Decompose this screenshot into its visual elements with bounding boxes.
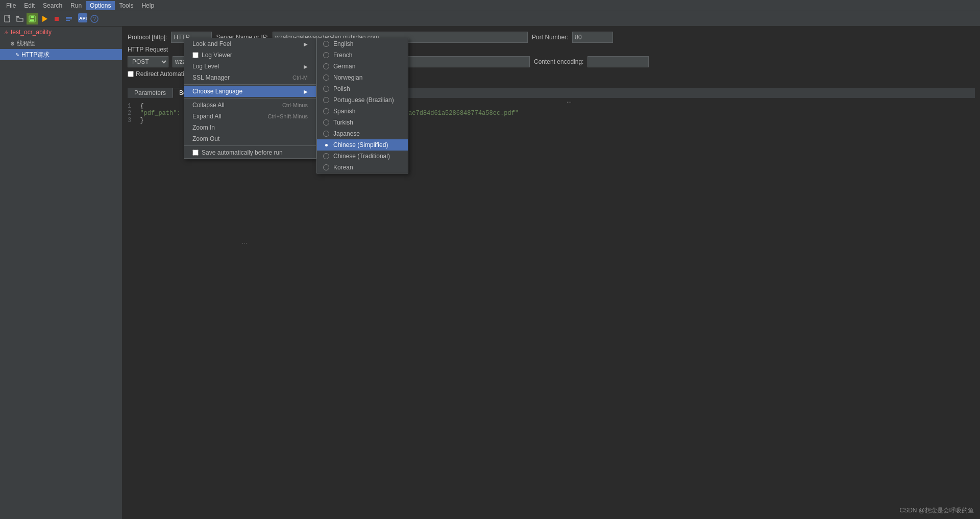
dots-indicator: ... bbox=[567, 97, 572, 104]
lang-korean-label: Korean bbox=[333, 164, 353, 171]
choose-language-arrow: ▶ bbox=[304, 89, 308, 94]
lang-english[interactable]: English bbox=[317, 38, 408, 50]
lang-polish[interactable]: Polish bbox=[317, 83, 408, 94]
toolbar-save-btn[interactable] bbox=[27, 13, 38, 24]
main-layout: ⚠ test_ocr_ability ⚙ 线程组 ✎ HTTP请求 Protoc… bbox=[0, 27, 980, 519]
svg-text:API: API bbox=[79, 16, 87, 21]
menu-collapse-all[interactable]: Collapse All Ctrl-Minus bbox=[184, 100, 316, 111]
radio-french bbox=[323, 52, 329, 58]
radio-chinese-traditional bbox=[323, 153, 329, 159]
svg-text:?: ? bbox=[93, 16, 96, 22]
lang-german-label: German bbox=[333, 63, 355, 70]
options-menu: Look and Feel ▶ Log Viewer Log Level ▶ S… bbox=[184, 38, 316, 159]
menu-help[interactable]: Help bbox=[137, 1, 158, 10]
language-submenu: English French German Norwegian Polish P… bbox=[316, 38, 408, 174]
code-brace-close: } bbox=[140, 117, 143, 124]
zoom-out-label: Zoom Out bbox=[192, 135, 219, 142]
menu-tools[interactable]: Tools bbox=[115, 1, 137, 10]
lang-japanese-label: Japanese bbox=[333, 130, 360, 137]
menu-log-level[interactable]: Log Level ▶ bbox=[184, 61, 316, 72]
log-viewer-checkbox[interactable] bbox=[192, 52, 199, 58]
sidebar-item-threadgroup[interactable]: ⚙ 线程组 bbox=[0, 38, 122, 49]
menu-zoom-out[interactable]: Zoom Out bbox=[184, 133, 316, 144]
line-num-3: 3 bbox=[128, 117, 131, 124]
lang-chinese-traditional[interactable]: Chinese (Traditional) bbox=[317, 151, 408, 162]
menu-ssl-manager[interactable]: SSL Manager Ctrl-M bbox=[184, 72, 316, 83]
zoom-in-label: Zoom In bbox=[192, 124, 215, 131]
lang-turkish-label: Turkish bbox=[333, 119, 353, 126]
lang-japanese[interactable]: Japanese bbox=[317, 128, 408, 139]
line-num-1: 1 bbox=[128, 103, 131, 110]
radio-portuguese bbox=[323, 97, 329, 103]
menu-sep-3 bbox=[184, 145, 316, 146]
toolbar-run-btn[interactable] bbox=[39, 13, 50, 24]
radio-korean bbox=[323, 164, 329, 170]
toolbar: API ? bbox=[0, 11, 980, 27]
port-input[interactable] bbox=[572, 32, 613, 43]
sidebar: ⚠ test_ocr_ability ⚙ 线程组 ✎ HTTP请求 bbox=[0, 27, 122, 519]
save-auto-checkbox[interactable] bbox=[192, 150, 199, 156]
radio-japanese bbox=[323, 131, 329, 137]
port-label: Port Number: bbox=[532, 34, 568, 41]
menu-expand-all[interactable]: Expand All Ctrl+Shift-Minus bbox=[184, 111, 316, 122]
content-area: Protocol [http]: Server Name or IP: Port… bbox=[122, 27, 980, 519]
menu-sep-1 bbox=[184, 84, 316, 85]
sidebar-project-name: test_ocr_ability bbox=[11, 29, 52, 36]
menu-save-auto[interactable]: Save automatically before run bbox=[184, 147, 316, 158]
menu-zoom-in[interactable]: Zoom In bbox=[184, 122, 316, 133]
tab-parameters[interactable]: Parameters bbox=[128, 88, 173, 98]
menu-sep-2 bbox=[184, 98, 316, 98]
method-select[interactable]: POST GET PUT DELETE bbox=[128, 56, 168, 67]
lang-spanish-label: Spanish bbox=[333, 108, 355, 115]
look-and-feel-label: Look and Feel bbox=[192, 40, 231, 47]
radio-turkish bbox=[323, 119, 329, 126]
toolbar-stop-btn[interactable] bbox=[51, 13, 62, 24]
sidebar-item-test[interactable]: ⚠ test_ocr_ability bbox=[0, 27, 122, 38]
sidebar-item-http[interactable]: ✎ HTTP请求 bbox=[0, 49, 122, 60]
lang-norwegian[interactable]: Norwegian bbox=[317, 72, 408, 83]
lang-korean[interactable]: Korean bbox=[317, 162, 408, 173]
menu-log-viewer[interactable]: Log Viewer bbox=[184, 50, 316, 61]
menu-look-and-feel[interactable]: Look and Feel ▶ bbox=[184, 38, 316, 50]
lang-spanish[interactable]: Spanish bbox=[317, 106, 408, 117]
expand-all-shortcut: Ctrl+Shift-Minus bbox=[267, 113, 308, 119]
lang-turkish[interactable]: Turkish bbox=[317, 117, 408, 128]
encoding-label: Content encoding: bbox=[534, 58, 583, 65]
lang-german[interactable]: German bbox=[317, 61, 408, 72]
ssl-manager-shortcut: Ctrl-M bbox=[292, 75, 308, 81]
menu-choose-language[interactable]: Choose Language ▶ bbox=[184, 86, 316, 97]
sidebar-http-label: HTTP请求 bbox=[21, 51, 50, 59]
svg-marker-5 bbox=[42, 16, 47, 22]
ssl-manager-label: SSL Manager bbox=[192, 74, 230, 81]
lang-chinese-simplified[interactable]: Chinese (Simplified) bbox=[317, 139, 408, 151]
lang-chinese-traditional-label: Chinese (Traditional) bbox=[333, 153, 390, 160]
warning-icon: ⚠ bbox=[4, 30, 9, 35]
lang-french[interactable]: French bbox=[317, 50, 408, 61]
toolbar-open-btn[interactable] bbox=[14, 13, 26, 24]
menu-search[interactable]: Search bbox=[39, 1, 66, 10]
radio-chinese-simplified bbox=[323, 142, 329, 148]
toolbar-question-btn[interactable]: ? bbox=[89, 13, 100, 24]
log-level-label: Log Level bbox=[192, 63, 219, 70]
menu-edit[interactable]: Edit bbox=[20, 1, 39, 10]
protocol-label: Protocol [http]: bbox=[128, 34, 167, 41]
lang-french-label: French bbox=[333, 52, 352, 59]
radio-norwegian bbox=[323, 75, 329, 81]
redirect-checkbox[interactable] bbox=[128, 71, 134, 77]
menu-file[interactable]: File bbox=[2, 1, 20, 10]
line-num-2: 2 bbox=[128, 110, 131, 117]
encoding-input[interactable] bbox=[587, 56, 649, 67]
lang-portuguese[interactable]: Portuguese (Brazilian) bbox=[317, 94, 408, 106]
log-viewer-label: Log Viewer bbox=[202, 52, 232, 59]
svg-rect-4 bbox=[30, 19, 34, 21]
svg-rect-9 bbox=[66, 20, 70, 21]
choose-language-label: Choose Language bbox=[192, 88, 242, 95]
radio-polish bbox=[323, 86, 329, 92]
toolbar-new-btn[interactable] bbox=[2, 13, 13, 24]
lang-english-label: English bbox=[333, 40, 353, 47]
toolbar-extra-btn[interactable] bbox=[63, 13, 75, 24]
menu-run[interactable]: Run bbox=[66, 1, 86, 10]
svg-rect-7 bbox=[66, 17, 72, 18]
radio-spanish bbox=[323, 108, 329, 114]
menu-options[interactable]: Options bbox=[86, 1, 115, 10]
